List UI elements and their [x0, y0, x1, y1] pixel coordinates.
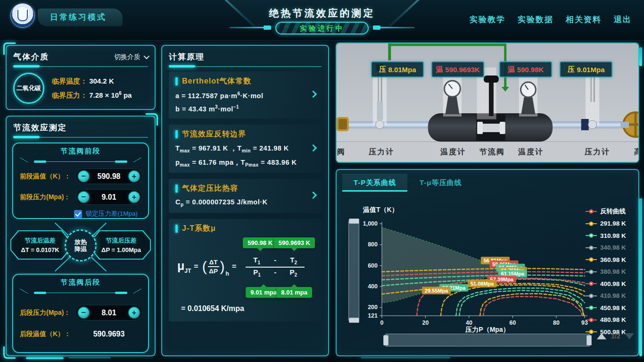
- page-down-button[interactable]: [625, 333, 634, 339]
- status-text: 实验进行中: [300, 24, 345, 32]
- slider-handle[interactable]: [349, 219, 359, 224]
- pressure-badge-3: 压9.01Mpa: [560, 61, 612, 77]
- minus-button[interactable]: −: [77, 191, 90, 203]
- gas-panel: 气体介质 切换介质 二氧化碳 临界温度： 304.2 K 临界压力： 7.28 …: [6, 45, 156, 110]
- jt-section: J-T系数μ μJT = ( ΔT ΔP ) h = 590.98 K 590.…: [169, 219, 322, 321]
- svg-text:121: 121: [368, 312, 378, 319]
- badge-prefix: 压: [379, 65, 386, 74]
- minus-button[interactable]: −: [77, 306, 90, 319]
- section-accent-bar: [175, 225, 178, 233]
- horizontal-zoom-slider[interactable]: [385, 334, 590, 346]
- edge-accent: [639, 198, 642, 356]
- legend-item-9[interactable]: 480.98 K: [586, 316, 635, 324]
- svg-text:0: 0: [380, 320, 384, 326]
- legend-marker-icon: [586, 245, 597, 251]
- minus-button[interactable]: −: [77, 170, 90, 183]
- plus-button[interactable]: +: [128, 170, 140, 183]
- rear-temp-row: 后段温值（K）： 590.9693: [20, 330, 142, 338]
- university-logo-icon: [10, 3, 35, 28]
- plus-button[interactable]: +: [128, 191, 140, 203]
- temperature-badge-2: 温590.98K: [499, 61, 552, 77]
- front-pressure-stepper: − 9.01 +: [75, 189, 142, 205]
- tab-tp-curve[interactable]: T-P关系曲线: [342, 174, 407, 192]
- lock-pressure-checkbox[interactable]: [74, 210, 82, 218]
- equipment-label-5: 压力计: [585, 147, 610, 157]
- section-title-row: 气体定压比热容: [175, 184, 305, 194]
- legend-item-7[interactable]: 410.98 K: [586, 292, 635, 300]
- equipment-label-6: 高: [634, 147, 639, 157]
- switch-gas-label: 切换介质: [114, 53, 140, 61]
- delta-temp-value: ΔT = 0.0107K: [21, 246, 59, 253]
- vertical-zoom-slider[interactable]: [348, 220, 359, 321]
- equipment-label-3: 节流阀: [479, 147, 505, 157]
- slider-handle[interactable]: [383, 335, 388, 345]
- svg-text:1,000: 1,000: [363, 220, 378, 227]
- legend-label: 反转曲线: [600, 207, 626, 216]
- legend-pager: 1/2: [597, 332, 634, 340]
- badge-prefix: 压: [567, 65, 574, 74]
- section-title-row: Berthelot气体常数: [175, 76, 305, 86]
- legend-item-2[interactable]: 310.98 K: [586, 232, 635, 239]
- legend-marker-icon: [586, 221, 597, 227]
- legend-dot: [589, 245, 594, 250]
- legend-marker-icon: [586, 257, 597, 262]
- slider-handle[interactable]: [349, 318, 359, 323]
- page-indicator: 1/2: [611, 332, 620, 340]
- switch-gas-button[interactable]: 切换介质: [114, 53, 148, 61]
- chevron-right-icon[interactable]: [310, 192, 317, 199]
- legend-item-0[interactable]: 反转曲线: [586, 208, 635, 215]
- divider: [13, 66, 148, 67]
- y-axis-title: 温值T（K）: [363, 206, 398, 214]
- page-up-button[interactable]: [597, 333, 606, 339]
- edge-accent: [361, 357, 450, 358]
- rear-pressure-stepper: − 8.01 +: [75, 305, 142, 320]
- delta-temp-title: 节流后温差: [25, 236, 56, 245]
- section-line: b = 43.43 m3·mol−1: [175, 104, 305, 113]
- nav-link-1[interactable]: 实验数据: [518, 14, 553, 25]
- section-line: Tmax = 967.91 K ，Tmin = 241.98 K: [175, 144, 305, 153]
- legend-item-3[interactable]: 340.98 K: [586, 244, 635, 252]
- calc-panel-title: 计算原理: [169, 51, 205, 62]
- svg-text:200: 200: [368, 304, 378, 311]
- legend-item-5[interactable]: 380.98 K: [586, 268, 635, 276]
- legend-dot: [589, 258, 594, 262]
- nav-link-2[interactable]: 相关资料: [566, 14, 602, 25]
- legend-item-4[interactable]: 360.98 K: [586, 256, 635, 263]
- critical-pressure-label: 临界压力：: [52, 91, 87, 99]
- divider: [169, 66, 322, 67]
- svg-text:80: 80: [553, 320, 560, 326]
- tp-chart[interactable]: 1,0008006004002001210204060809356.81Mpa5…: [359, 218, 595, 329]
- svg-text:800: 800: [368, 241, 378, 248]
- rear-pressure-row: 后段压力(Mpa)： − 8.01 +: [20, 305, 142, 320]
- t1-value-badge: 590.98 K: [243, 237, 277, 248]
- chevron-right-icon[interactable]: [310, 144, 317, 152]
- legend-item-6[interactable]: 400.98 K: [586, 280, 635, 287]
- front-pressure-label: 前段压力(Mpa)：: [20, 193, 70, 202]
- tab-tmu-curve[interactable]: T-μ等压曲线: [408, 174, 473, 192]
- critical-temp-row: 临界温度： 304.2 K: [52, 77, 132, 86]
- apparatus-3d-view[interactable]: 压8.01Mpa温590.9693K温590.98K压9.01Mpa 阀压力计温…: [336, 42, 639, 163]
- front-pressure-value: 9.01: [101, 193, 116, 202]
- legend-label: 360.98 K: [600, 256, 626, 263]
- critical-pressure-row: 临界压力： 7.28 × 106 pa: [52, 91, 132, 100]
- chart-panel: T-P关系曲线 T-μ等压曲线 温值T（K） 1,000800600400200…: [336, 169, 639, 356]
- svg-text:400: 400: [368, 283, 378, 290]
- legend-marker-icon: [586, 305, 597, 311]
- delta-pressure-box: 节流后压差 ΔP = 1.00Mpa: [91, 230, 151, 260]
- section-line: a = 112.7587 pa·m6·K·mol: [175, 91, 305, 100]
- legend-marker-icon: [586, 269, 597, 275]
- legend-dot: [589, 269, 594, 274]
- nav-link-3[interactable]: 退出: [614, 14, 632, 25]
- legend-dot: [589, 210, 594, 214]
- svg-text:29.55Mpa: 29.55Mpa: [425, 288, 448, 294]
- legend-label: 400.98 K: [600, 280, 626, 287]
- section-accent-bar: [175, 185, 178, 193]
- chevron-right-icon[interactable]: [310, 91, 317, 98]
- x-axis-title: 压力P（Mpa）: [431, 326, 544, 334]
- nav-link-0[interactable]: 实验教学: [470, 14, 505, 25]
- front-temp-row: 前段温值（K）： − 590.98 +: [20, 168, 142, 184]
- rear-section-title: 节流阀后段: [13, 275, 148, 287]
- legend-item-1[interactable]: 291.98 K: [586, 220, 635, 227]
- legend-item-8[interactable]: 450.98 K: [586, 304, 635, 311]
- plus-button[interactable]: +: [128, 306, 140, 319]
